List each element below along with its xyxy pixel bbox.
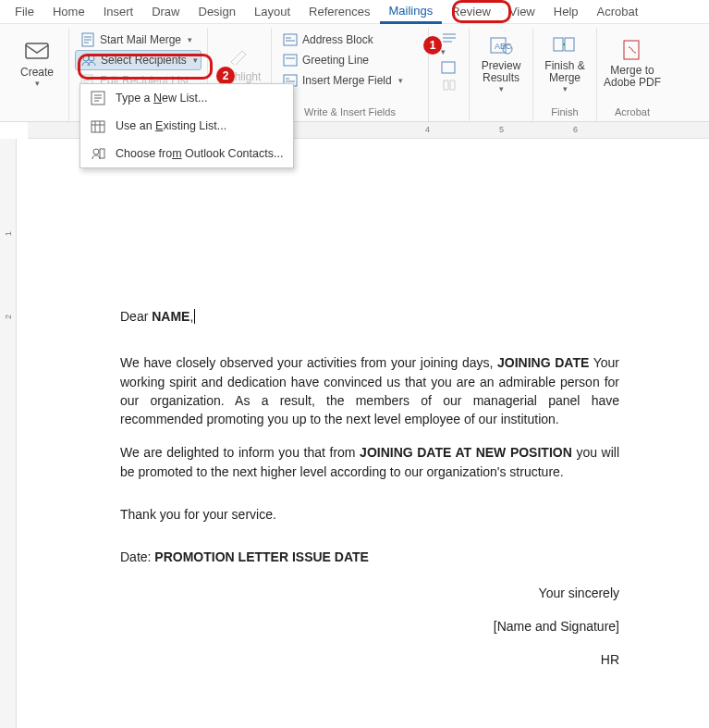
address-block-label: Address Block	[302, 33, 373, 46]
address-block-button[interactable]: Address Block	[277, 30, 422, 50]
create-label: Create	[20, 66, 54, 79]
tab-layout[interactable]: Layout	[245, 1, 299, 22]
preview-icon: ABC	[488, 34, 514, 56]
chevron-down-icon: ▾	[398, 76, 403, 85]
tab-draw[interactable]: Draw	[142, 1, 189, 22]
tab-references[interactable]: References	[299, 1, 379, 22]
greeting-line: Dear NAME,	[120, 307, 619, 326]
recipients-icon	[81, 53, 96, 68]
document-area: exceldemy EXCEL · DATA · BI exceldemy EX…	[28, 139, 709, 728]
document-icon	[80, 32, 95, 47]
tab-acrobat[interactable]: Acrobat	[588, 1, 648, 22]
svg-point-2	[83, 56, 89, 61]
svg-rect-5	[284, 34, 297, 45]
body-paragraph-1: We have closely observed your activities…	[120, 353, 619, 428]
finish-label: Finish & Merge	[539, 60, 591, 84]
outlook-contacts-item[interactable]: Choose from Outlook Contacts...	[80, 140, 293, 167]
date-line: Date: PROMOTION LETTER ISSUE DATE	[120, 548, 619, 566]
merge-to-pdf-button[interactable]: Merge to Adobe PDF	[603, 28, 662, 100]
select-recipients-menu: Type a New List... Use an Existing List.…	[79, 83, 294, 168]
svg-rect-6	[284, 55, 297, 66]
greeting-line-icon	[283, 53, 298, 68]
highlight-label: Highlight	[218, 70, 262, 83]
address-block-icon	[283, 32, 298, 47]
match-fields-icon[interactable]	[441, 61, 458, 74]
svg-point-17	[93, 149, 99, 154]
group-label-write-insert: Write & Insert Fields	[304, 106, 396, 119]
tab-home[interactable]: Home	[43, 1, 94, 22]
svg-rect-16	[92, 121, 104, 132]
outlook-contacts-icon	[90, 145, 106, 162]
finish-merge-button[interactable]: Finish & Merge ▾	[539, 28, 591, 100]
sign-off-2: [Name and Signature]	[120, 617, 619, 635]
chevron-down-icon: ▾	[193, 56, 198, 65]
vertical-ruler: 1 2	[0, 139, 17, 728]
start-mail-merge-button[interactable]: Start Mail Merge ▾	[75, 30, 202, 50]
tab-mailings[interactable]: Mailings	[380, 0, 443, 24]
highlight-icon	[226, 44, 252, 67]
insert-merge-field-label: Insert Merge Field	[302, 74, 392, 87]
type-new-list-item[interactable]: Type a New List...	[80, 84, 293, 112]
group-write-insert: Address Block Greeting Line Insert Merge…	[272, 28, 429, 121]
type-new-list-label: Type a New List...	[116, 92, 207, 105]
tab-review[interactable]: Review	[442, 1, 500, 22]
preview-label: Preview Results	[475, 60, 527, 84]
greeting-line-label: Greeting Line	[302, 54, 369, 67]
body-paragraph-3: Thank you for your service.	[120, 505, 619, 524]
existing-list-icon	[90, 117, 106, 134]
tab-insert[interactable]: Insert	[94, 1, 143, 22]
chevron-down-icon: ▾	[35, 79, 40, 88]
group-create: Create ▾	[6, 28, 69, 121]
svg-rect-12	[554, 38, 563, 51]
select-recipients-button[interactable]: Select Recipients ▾	[75, 50, 202, 70]
svg-rect-14	[624, 41, 639, 59]
svg-rect-0	[26, 43, 48, 58]
envelope-icon	[24, 40, 50, 62]
group-preview: ABC Preview Results ▾	[470, 28, 533, 121]
greeting-line-button[interactable]: Greeting Line	[277, 50, 422, 70]
document-page[interactable]: Dear NAME, We have closely observed your…	[55, 159, 684, 685]
use-existing-list-item[interactable]: Use an Existing List...	[80, 112, 293, 140]
tab-strip: File Home Insert Draw Design Layout Refe…	[0, 0, 709, 24]
svg-rect-13	[565, 38, 574, 51]
tab-design[interactable]: Design	[189, 1, 245, 22]
finish-icon	[552, 34, 578, 56]
select-recipients-label: Select Recipients	[101, 54, 187, 67]
update-labels-icon[interactable]	[441, 78, 458, 91]
tab-help[interactable]: Help	[544, 1, 588, 22]
tab-view[interactable]: View	[500, 1, 544, 22]
pdf-label: Merge to Adobe PDF	[603, 65, 662, 89]
body-paragraph-2: We are delighted to inform you that from…	[120, 443, 619, 481]
outlook-contacts-label: Choose from Outlook Contacts...	[116, 147, 283, 160]
preview-results-button[interactable]: ABC Preview Results ▾	[475, 28, 527, 100]
svg-rect-18	[100, 149, 104, 158]
chevron-down-icon: ▾	[499, 84, 504, 93]
svg-point-3	[89, 56, 94, 61]
group-acrobat: Merge to Adobe PDF Acrobat	[597, 28, 667, 121]
group-label-finish: Finish	[551, 106, 578, 119]
group-finish: Finish & Merge ▾ Finish	[533, 28, 597, 121]
new-list-icon	[90, 90, 106, 106]
insert-merge-field-button[interactable]: Insert Merge Field ▾	[277, 70, 422, 91]
chevron-down-icon: ▾	[188, 35, 192, 44]
use-existing-list-label: Use an Existing List...	[116, 119, 226, 132]
create-button[interactable]: Create ▾	[11, 28, 63, 100]
group-rules: ▾	[429, 28, 470, 121]
chevron-down-icon: ▾	[563, 84, 568, 93]
svg-rect-8	[442, 62, 455, 73]
start-mail-merge-label: Start Mail Merge	[100, 33, 181, 46]
pdf-icon	[619, 39, 645, 61]
sign-off-3: HR	[120, 650, 619, 669]
sign-off-1: Your sincerely	[120, 584, 619, 602]
rules-icon[interactable]: ▾	[441, 31, 458, 57]
tab-file[interactable]: File	[6, 1, 43, 22]
group-label-acrobat: Acrobat	[615, 106, 650, 119]
